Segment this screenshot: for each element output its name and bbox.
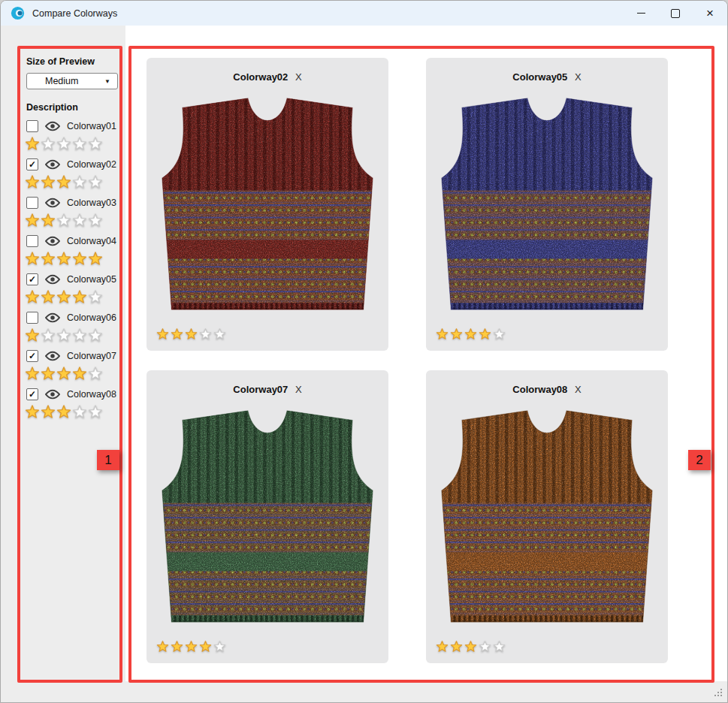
star-filled-icon[interactable] [25, 289, 40, 304]
vest-image [426, 91, 668, 316]
star-filled-icon[interactable] [199, 640, 212, 653]
eye-icon[interactable] [45, 389, 60, 400]
star-empty-icon[interactable] [493, 640, 506, 653]
colorway-item: Colorway07 [26, 348, 119, 381]
star-empty-icon[interactable] [41, 136, 56, 151]
colorway-checkbox[interactable] [26, 350, 38, 362]
star-empty-icon[interactable] [41, 327, 56, 342]
rating-stars [25, 404, 119, 419]
star-empty-icon[interactable] [56, 327, 71, 342]
star-filled-icon[interactable] [72, 289, 87, 304]
maximize-icon [671, 9, 680, 18]
card-title: Colorway07 [233, 384, 288, 395]
colorway-checkbox[interactable] [26, 158, 38, 170]
star-filled-icon[interactable] [450, 327, 463, 340]
star-empty-icon[interactable] [88, 213, 103, 228]
colorway-checkbox[interactable] [26, 197, 38, 209]
star-filled-icon[interactable] [171, 327, 183, 340]
star-empty-icon[interactable] [56, 136, 71, 151]
star-filled-icon[interactable] [25, 136, 40, 151]
colorway-checkbox[interactable] [26, 273, 38, 285]
star-filled-icon[interactable] [41, 174, 56, 189]
star-filled-icon[interactable] [25, 404, 40, 419]
star-empty-icon[interactable] [72, 404, 87, 419]
star-empty-icon[interactable] [88, 289, 103, 304]
eye-icon[interactable] [45, 236, 60, 246]
compare-area: Colorway02 X Colorway05 X Colorway07 X C… [128, 46, 714, 683]
star-empty-icon[interactable] [72, 327, 87, 342]
colorway-label: Colorway07 [67, 351, 116, 361]
star-empty-icon[interactable] [72, 213, 87, 228]
star-empty-icon[interactable] [72, 174, 87, 189]
star-filled-icon[interactable] [25, 366, 40, 381]
star-filled-icon[interactable] [41, 213, 56, 228]
star-filled-icon[interactable] [156, 327, 169, 340]
vest-render [438, 403, 656, 629]
star-filled-icon[interactable] [25, 213, 40, 228]
star-empty-icon[interactable] [213, 327, 226, 340]
star-filled-icon[interactable] [171, 640, 183, 653]
card-close-button[interactable]: X [295, 71, 302, 83]
star-empty-icon[interactable] [213, 640, 226, 653]
star-empty-icon[interactable] [479, 640, 491, 653]
star-filled-icon[interactable] [25, 174, 40, 189]
star-empty-icon[interactable] [88, 327, 103, 342]
colorway-card: Colorway07 X [147, 370, 388, 663]
star-filled-icon[interactable] [41, 404, 56, 419]
star-filled-icon[interactable] [464, 327, 477, 340]
eye-icon[interactable] [45, 351, 60, 361]
star-filled-icon[interactable] [156, 640, 169, 653]
star-filled-icon[interactable] [56, 404, 71, 419]
rating-stars [156, 640, 226, 653]
vest-render [438, 91, 656, 316]
eye-icon[interactable] [45, 198, 60, 208]
star-empty-icon[interactable] [493, 327, 506, 340]
star-empty-icon[interactable] [88, 404, 103, 419]
eye-icon[interactable] [45, 312, 60, 323]
colorway-row: Colorway05 [26, 272, 119, 287]
star-filled-icon[interactable] [88, 251, 103, 266]
colorway-list: Colorway01 Colorway02 Colorway03 [20, 119, 119, 419]
star-filled-icon[interactable] [41, 289, 56, 304]
star-empty-icon[interactable] [72, 136, 87, 151]
star-empty-icon[interactable] [88, 366, 103, 381]
star-filled-icon[interactable] [450, 640, 463, 653]
colorway-checkbox[interactable] [26, 312, 38, 324]
star-filled-icon[interactable] [25, 327, 40, 342]
close-button[interactable]: × [693, 1, 727, 26]
star-empty-icon[interactable] [88, 174, 103, 189]
star-filled-icon[interactable] [72, 251, 87, 266]
card-close-button[interactable]: X [575, 384, 581, 395]
eye-icon[interactable] [45, 159, 60, 170]
star-filled-icon[interactable] [56, 174, 71, 189]
star-empty-icon[interactable] [199, 327, 212, 340]
card-close-button[interactable]: X [295, 384, 302, 395]
star-filled-icon[interactable] [41, 366, 56, 381]
star-empty-icon[interactable] [88, 136, 103, 151]
size-of-preview-dropdown[interactable]: Medium ▼ [26, 73, 118, 89]
star-filled-icon[interactable] [464, 640, 477, 653]
colorway-row: Colorway02 [26, 157, 119, 172]
colorway-checkbox[interactable] [26, 235, 38, 247]
star-filled-icon[interactable] [185, 327, 198, 340]
star-filled-icon[interactable] [56, 289, 71, 304]
eye-icon[interactable] [45, 274, 60, 285]
star-filled-icon[interactable] [436, 327, 449, 340]
minimize-button[interactable] [624, 1, 658, 26]
star-filled-icon[interactable] [41, 251, 56, 266]
star-filled-icon[interactable] [436, 640, 449, 653]
colorway-checkbox[interactable] [26, 120, 38, 132]
card-title: Colorway05 [512, 71, 567, 83]
star-filled-icon[interactable] [185, 640, 198, 653]
card-close-button[interactable]: X [575, 71, 581, 83]
resize-grip[interactable] [712, 688, 723, 698]
star-filled-icon[interactable] [56, 366, 71, 381]
eye-icon[interactable] [45, 121, 60, 131]
star-empty-icon[interactable] [56, 213, 71, 228]
star-filled-icon[interactable] [72, 366, 87, 381]
star-filled-icon[interactable] [479, 327, 491, 340]
star-filled-icon[interactable] [25, 251, 40, 266]
colorway-checkbox[interactable] [26, 388, 38, 400]
maximize-button[interactable] [658, 1, 693, 26]
star-filled-icon[interactable] [56, 251, 71, 266]
